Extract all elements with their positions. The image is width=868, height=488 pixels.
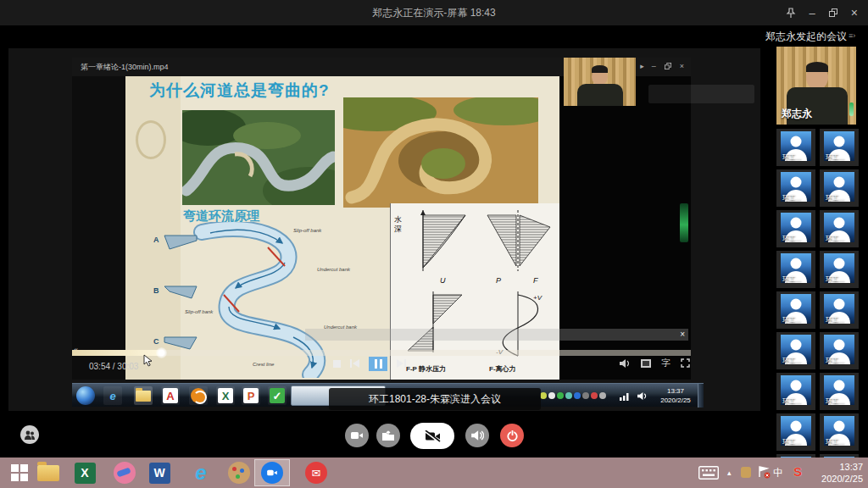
ime-language-icon[interactable]: 中 xyxy=(773,466,783,480)
tray-volume-icon[interactable] xyxy=(637,391,648,401)
mail-icon[interactable]: ✉ xyxy=(303,460,329,485)
subtitle-icon[interactable]: 字 xyxy=(661,357,670,369)
media-app-taskbar-icon[interactable] xyxy=(189,386,208,405)
participant-name-label: 环工... xyxy=(782,193,802,202)
minimize-button[interactable]: – xyxy=(810,8,815,19)
player-maximize-button[interactable] xyxy=(665,63,671,69)
network-icon[interactable] xyxy=(620,392,631,401)
participant-tile[interactable]: 环工... xyxy=(776,332,815,369)
participant-tile[interactable]: 环工... xyxy=(776,129,815,166)
excel-taskbar-icon[interactable]: X xyxy=(216,386,235,405)
svg-text:U: U xyxy=(440,276,446,285)
participants-button[interactable] xyxy=(20,425,39,444)
restore-button[interactable] xyxy=(829,8,837,17)
svg-text:Slip-off bank: Slip-off bank xyxy=(185,309,214,314)
participant-tile[interactable]: 环工... xyxy=(820,373,859,410)
previous-button[interactable] xyxy=(350,359,359,368)
explorer-taskbar-icon[interactable] xyxy=(134,386,153,405)
participant-name-label: 环工... xyxy=(826,315,845,324)
svg-text:水: 水 xyxy=(394,215,402,224)
start-orb-icon[interactable] xyxy=(76,386,95,405)
svg-text:F-离心力: F-离心力 xyxy=(489,364,516,373)
river-photo-yellow xyxy=(343,97,538,208)
participant-tile[interactable]: 环工... xyxy=(776,169,815,207)
presenter-video-tile[interactable]: 郑志永 xyxy=(776,47,856,125)
participant-tile[interactable]: 环工... xyxy=(820,413,859,451)
pdf-taskbar-icon[interactable]: A xyxy=(161,386,180,405)
participant-tile[interactable]: 环工... xyxy=(820,129,859,166)
participant-tile[interactable]: 环工... xyxy=(820,251,859,288)
river-photo-green xyxy=(182,110,335,205)
system-tray-icons[interactable] xyxy=(540,392,606,399)
participant-tile[interactable]: 环工... xyxy=(776,210,815,247)
svg-text:A: A xyxy=(153,236,159,244)
participant-tile[interactable]: 环工... xyxy=(776,413,815,451)
seek-bar[interactable] xyxy=(72,350,691,356)
paint-icon[interactable] xyxy=(226,460,252,485)
pin-play-icon[interactable]: ▸ xyxy=(640,62,644,70)
participant-tile[interactable]: 环工... xyxy=(776,373,815,410)
presenter-name-label: 郑志永 xyxy=(782,107,812,121)
participant-name-label: 环工... xyxy=(826,356,845,365)
meeting-app-icon[interactable] xyxy=(259,460,285,485)
security-app-taskbar-icon[interactable]: ✓ xyxy=(268,386,287,405)
sidebar-collapse-icon[interactable]: ≡› xyxy=(849,31,855,40)
slide-title: 为什么河道总是弯曲的? xyxy=(149,80,330,102)
participant-name-label: 环工... xyxy=(782,315,802,324)
svg-text:F: F xyxy=(533,276,538,285)
meeting-titlebar: 郑志永正在演示-屏幕 18:43 – × xyxy=(0,0,868,25)
start-button[interactable] xyxy=(7,460,32,485)
powerpoint-taskbar-icon[interactable]: P xyxy=(242,386,260,405)
tray-expand-icon[interactable]: ▴ xyxy=(727,469,732,477)
ie-icon[interactable]: e xyxy=(188,460,214,485)
seek-bar-handle[interactable] xyxy=(156,347,167,358)
playback-time: 03:54 / 30:03 xyxy=(89,362,138,371)
player-minimize-button[interactable]: – xyxy=(652,62,656,70)
pause-button[interactable] xyxy=(369,357,387,371)
player-close-button[interactable]: × xyxy=(680,62,684,70)
user-tray-icon[interactable] xyxy=(741,467,751,478)
word-icon[interactable]: W xyxy=(147,460,172,485)
camera-button[interactable] xyxy=(345,424,369,447)
shared-taskbar-clock[interactable]: 13:372020/2/25 xyxy=(655,386,696,405)
media-app-icon[interactable] xyxy=(112,460,137,485)
fullscreen-icon[interactable] xyxy=(681,358,690,368)
action-center-flag-icon[interactable] xyxy=(758,466,771,479)
desktop-taskbar: X W e ✉ ▴ 中 S 13:372020/2/25 xyxy=(0,458,868,488)
svg-text:深: 深 xyxy=(394,225,402,233)
feedback-pill[interactable] xyxy=(648,85,754,103)
playlist-panel-icon[interactable] xyxy=(641,359,651,368)
participant-name-label: 环工... xyxy=(826,193,845,202)
participant-tile[interactable]: 环工... xyxy=(820,169,859,207)
excel-icon[interactable]: X xyxy=(72,460,97,485)
camera-off-toggle[interactable] xyxy=(410,423,454,449)
participant-tile[interactable]: 环工... xyxy=(820,291,859,329)
participant-name-label: 环工... xyxy=(826,234,845,243)
participant-tile[interactable]: 环工... xyxy=(776,291,815,329)
meeting-name: 郑志永发起的会议 xyxy=(765,30,847,44)
share-screen-button[interactable] xyxy=(376,424,400,447)
participant-name-label: 环工... xyxy=(782,152,802,162)
participant-name-label: 环工... xyxy=(782,274,802,284)
participant-tile[interactable]: 环工... xyxy=(776,251,815,288)
leave-meeting-button[interactable] xyxy=(500,424,524,447)
volume-icon[interactable] xyxy=(619,358,631,369)
svg-text:B: B xyxy=(153,286,159,295)
notification-close-icon[interactable]: × xyxy=(680,329,685,341)
mouse-cursor xyxy=(143,354,153,367)
participant-tile[interactable]: 环工... xyxy=(820,210,859,247)
video-player-window: 第一章绪论-1(30min).mp4 ▸ – × 为什么河道总是弯曲的? xyxy=(72,58,691,380)
sogou-input-icon[interactable]: S xyxy=(793,464,802,479)
next-button[interactable] xyxy=(397,359,406,368)
touch-keyboard-icon[interactable] xyxy=(698,466,719,480)
ie-taskbar-icon[interactable]: e xyxy=(103,386,122,405)
show-desktop-button[interactable] xyxy=(698,384,704,408)
close-button[interactable]: × xyxy=(851,7,858,19)
explorer-icon[interactable] xyxy=(36,460,61,485)
participant-tile[interactable]: 环工... xyxy=(820,332,859,369)
speaker-button[interactable] xyxy=(465,424,489,447)
svg-text:Slip-off bank: Slip-off bank xyxy=(293,228,322,233)
pin-icon[interactable] xyxy=(786,8,796,19)
stop-button[interactable] xyxy=(333,360,341,368)
desktop-clock[interactable]: 13:372020/2/25 xyxy=(821,461,863,485)
